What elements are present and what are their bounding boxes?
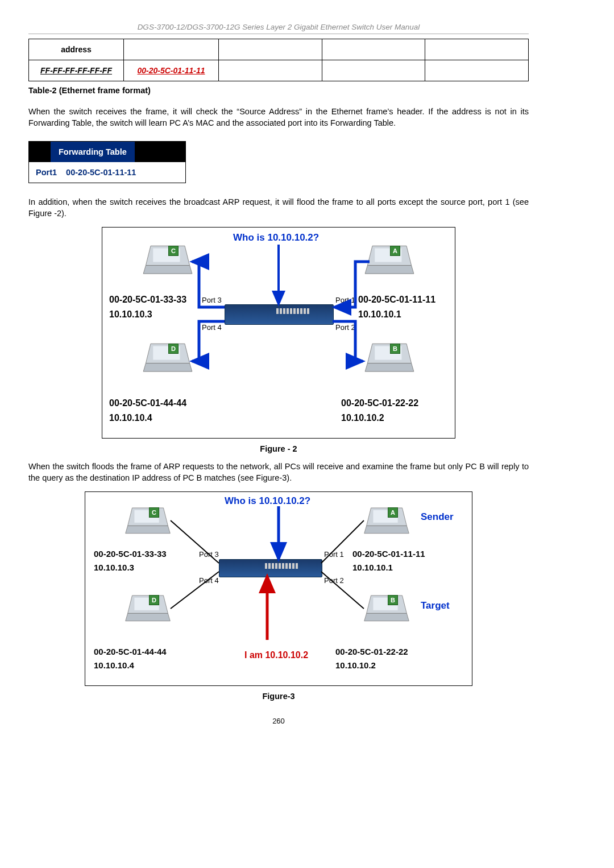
cell-empty xyxy=(425,39,529,60)
table-row: address xyxy=(29,39,529,60)
arrows-icon xyxy=(85,492,472,685)
fwd-port: Port1 xyxy=(36,168,57,177)
cell-empty xyxy=(425,60,529,81)
cell-empty xyxy=(124,39,219,60)
paragraph: When the switch floods the frame of ARP … xyxy=(28,461,529,483)
cell-dest-address-header: address xyxy=(29,39,124,60)
figure-2-diagram: Who is 10.10.10.2? C A D B Port 3 Port 1… xyxy=(102,227,455,439)
arrows-icon xyxy=(102,228,455,438)
forwarding-table: Forwarding Table Port1 00-20-5C-01-11-11 xyxy=(28,141,529,183)
cell-dest-mac: FF-FF-FF-FF-FF-FF xyxy=(29,60,124,81)
cell-src-mac: 00-20-5C-01-11-11 xyxy=(124,60,219,81)
cell-empty xyxy=(322,60,425,81)
cell-empty xyxy=(219,39,322,60)
forwarding-table-entry: Port1 00-20-5C-01-11-11 xyxy=(29,162,185,183)
forwarding-table-title: Forwarding Table xyxy=(51,142,135,162)
page-header: DGS-3700-12/DGS-3700-12G Series Layer 2 … xyxy=(28,23,529,34)
page-number: 260 xyxy=(28,717,529,725)
ethernet-frame-table: address FF-FF-FF-FF-FF-FF 00-20-5C-01-11… xyxy=(28,39,529,81)
cell-empty xyxy=(219,60,322,81)
paragraph: When the switch receives the frame, it w… xyxy=(28,106,529,129)
figure-caption: Figure-3 xyxy=(28,692,529,701)
fwd-mac: 00-20-5C-01-11-11 xyxy=(66,168,136,177)
figure-3-diagram: Who is 10.10.10.2? Sender Target I am 10… xyxy=(85,491,472,686)
figure-caption: Figure - 2 xyxy=(28,444,529,453)
table-row: FF-FF-FF-FF-FF-FF 00-20-5C-01-11-11 xyxy=(29,60,529,81)
paragraph: In addition, when the switch receives th… xyxy=(28,197,529,219)
table-caption: Table-2 (Ethernet frame format) xyxy=(28,86,529,95)
cell-empty xyxy=(322,39,425,60)
